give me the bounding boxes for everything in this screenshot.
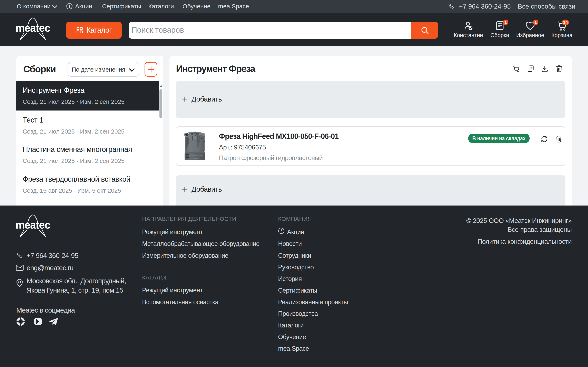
svg-text:meatec: meatec bbox=[16, 22, 50, 34]
svg-text:TRABITE: TRABITE bbox=[192, 157, 199, 159]
svg-text:meatec: meatec bbox=[16, 219, 50, 231]
svg-text:MX100-050-F16-05-01: MX100-050-F16-05-01 bbox=[188, 155, 203, 156]
